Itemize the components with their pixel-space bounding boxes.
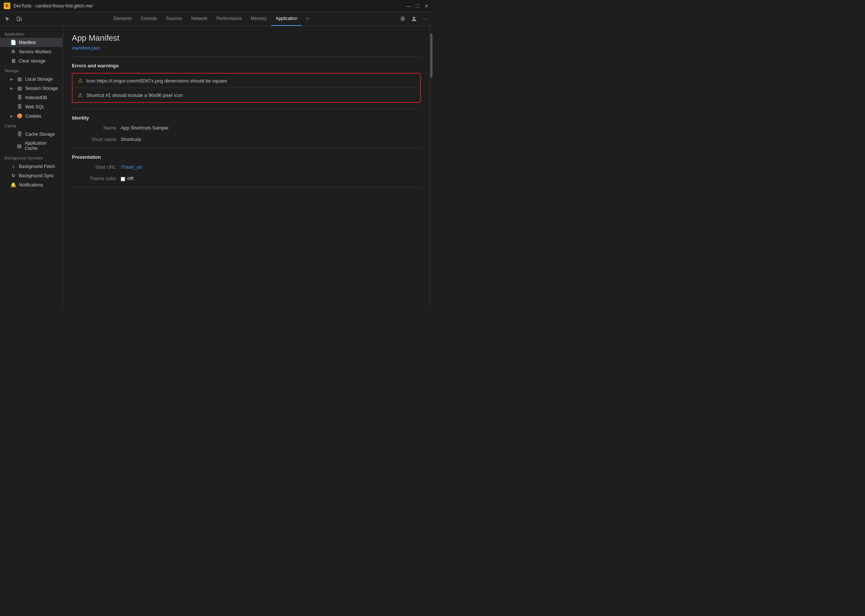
- sidebar-item-manifest[interactable]: 📄 Manifest: [0, 38, 63, 47]
- background-fetch-icon: ↕: [10, 163, 16, 169]
- presentation-fields: Start URL /?start_url Theme color #fff: [72, 164, 421, 181]
- more-options-icon[interactable]: ···: [420, 14, 430, 24]
- short-name-label: Short name: [72, 137, 116, 142]
- titlebar-title: DevTools - candied-flossy-fold.glitch.me…: [13, 3, 403, 8]
- notifications-icon: 🔔: [10, 182, 16, 188]
- cache-storage-icon: 🗄: [17, 131, 23, 137]
- titlebar-controls: — □ ✕: [406, 3, 429, 8]
- tabbar: Elements Console Sources Network Perform…: [0, 12, 433, 26]
- svg-rect-0: [17, 17, 20, 21]
- tab-network[interactable]: Network: [187, 12, 212, 26]
- main-layout: Application 📄 Manifest ⚙ Service Workers…: [0, 26, 433, 308]
- sidebar-section-cache: Cache: [0, 121, 63, 129]
- tab-elements[interactable]: Elements: [109, 12, 136, 26]
- sidebar-item-service-workers[interactable]: ⚙ Service Workers: [0, 47, 63, 56]
- tab-sources[interactable]: Sources: [161, 12, 187, 26]
- sidebar-item-background-fetch[interactable]: ↕ Background Fetch: [0, 162, 63, 171]
- sidebar-item-cache-storage[interactable]: ▶ 🗄 Cache Storage: [0, 129, 63, 139]
- titlebar: G DevTools - candied-flossy-fold.glitch.…: [0, 0, 433, 12]
- tab-application[interactable]: Application: [271, 12, 302, 26]
- maximize-button[interactable]: □: [416, 3, 419, 8]
- user-icon[interactable]: [409, 14, 419, 24]
- content-title: App Manifest: [72, 33, 421, 43]
- warning-icon-2: ⚠: [78, 92, 83, 98]
- cookies-icon: 🍪: [17, 113, 23, 119]
- identity-fields: Name App Shortcuts Sample Short name Sho…: [72, 125, 421, 142]
- start-url-value[interactable]: /?start_url: [121, 164, 421, 170]
- web-sql-icon: 🗄: [17, 104, 23, 110]
- cursor-icon[interactable]: [2, 14, 13, 24]
- sidebar-item-label: Background Sync: [19, 173, 54, 178]
- sidebar-item-notifications[interactable]: 🔔 Notifications: [0, 180, 63, 189]
- error-row-2: ⚠ Shortcut #1 should include a 96x96 pix…: [72, 88, 420, 102]
- indexeddb-icon: 🗄: [17, 95, 23, 100]
- service-workers-icon: ⚙: [10, 49, 16, 54]
- tab-more[interactable]: »: [302, 12, 313, 26]
- sidebar-item-local-storage[interactable]: ▶ ▤ Local Storage: [0, 74, 63, 83]
- scrollbar-thumb[interactable]: [430, 33, 433, 78]
- divider-2: [72, 109, 421, 109]
- sidebar-item-label: Cache Storage: [25, 132, 55, 137]
- minimize-button[interactable]: —: [406, 3, 411, 8]
- expand-arrow-icon: ▶: [10, 77, 14, 81]
- sidebar-item-label: Service Workers: [19, 49, 52, 54]
- tab-performance[interactable]: Performance: [212, 12, 246, 26]
- settings-icon[interactable]: [398, 14, 408, 24]
- expand-arrow-icon: ▶: [10, 86, 14, 90]
- error-text-2: Shortcut #1 should include a 96x96 pixel…: [86, 93, 183, 98]
- device-icon[interactable]: [14, 14, 24, 24]
- manifest-link[interactable]: manifest.json: [72, 45, 100, 51]
- theme-color-value: #fff: [121, 176, 421, 181]
- sidebar-item-label: Background Fetch: [19, 164, 55, 169]
- local-storage-icon: ▤: [17, 76, 23, 82]
- content-area: App Manifest manifest.json Errors and wa…: [63, 26, 430, 308]
- identity-section: Identity Name App Shortcuts Sample Short…: [72, 115, 421, 142]
- sidebar-item-label: Notifications: [19, 182, 43, 188]
- tab-memory[interactable]: Memory: [246, 12, 271, 26]
- sidebar-item-label: IndexedDB: [25, 95, 47, 100]
- error-row-1: ⚠ Icon https://i.imgur.com/n5DIt7x.png d…: [72, 74, 420, 88]
- name-value: App Shortcuts Sample: [121, 125, 421, 130]
- color-swatch: [121, 177, 125, 181]
- sidebar-item-clear-storage[interactable]: 🗑 Clear storage: [0, 56, 63, 66]
- sidebar-item-label: Cookies: [25, 113, 41, 119]
- scrollbar-right[interactable]: [430, 26, 433, 308]
- errors-heading: Errors and warnings: [72, 63, 421, 68]
- sidebar-section-application: Application: [0, 29, 63, 38]
- devtools-icon: G: [4, 3, 10, 9]
- manifest-icon: 📄: [10, 39, 16, 45]
- identity-heading: Identity: [72, 115, 421, 121]
- short-name-value: Shortcuts: [121, 137, 421, 142]
- sidebar-item-label: Web SQL: [25, 104, 44, 110]
- sidebar-item-label: Manifest: [19, 40, 36, 45]
- start-url-label: Start URL: [72, 164, 116, 170]
- svg-point-2: [413, 17, 415, 19]
- tab-console[interactable]: Console: [136, 12, 161, 26]
- session-storage-icon: ▤: [17, 85, 23, 91]
- sidebar-item-indexeddb[interactable]: ▶ 🗄 IndexedDB: [0, 93, 63, 102]
- warning-icon-1: ⚠: [78, 77, 83, 84]
- error-text-1: Icon https://i.imgur.com/n5DIt7x.png dim…: [86, 78, 227, 83]
- sidebar-item-application-cache[interactable]: ▶ ▤ Application Cache: [0, 139, 63, 153]
- sidebar-item-cookies[interactable]: ▶ 🍪 Cookies: [0, 112, 63, 121]
- sidebar-item-session-storage[interactable]: ▶ ▤ Session Storage: [0, 83, 63, 93]
- errors-box: ⚠ Icon https://i.imgur.com/n5DIt7x.png d…: [72, 73, 421, 103]
- divider-1: [72, 57, 421, 57]
- presentation-heading: Presentation: [72, 154, 421, 160]
- divider-3: [72, 148, 421, 148]
- divider-4: [72, 187, 421, 188]
- sidebar-item-label: Application Cache: [25, 141, 59, 151]
- errors-section: Errors and warnings ⚠ Icon https://i.img…: [72, 63, 421, 103]
- sidebar-item-label: Local Storage: [25, 77, 53, 82]
- sidebar: Application 📄 Manifest ⚙ Service Workers…: [0, 26, 63, 308]
- background-sync-icon: ↻: [10, 173, 16, 178]
- sidebar-section-background-services: Background Services: [0, 153, 63, 162]
- clear-storage-icon: 🗑: [10, 58, 16, 64]
- close-button[interactable]: ✕: [424, 3, 429, 8]
- application-cache-icon: ▤: [17, 143, 22, 149]
- sidebar-item-background-sync[interactable]: ↻ Background Sync: [0, 171, 63, 180]
- name-label: Name: [72, 125, 116, 130]
- tab-icons-left: [2, 12, 24, 25]
- sidebar-section-storage: Storage: [0, 66, 63, 74]
- sidebar-item-web-sql[interactable]: ▶ 🗄 Web SQL: [0, 102, 63, 112]
